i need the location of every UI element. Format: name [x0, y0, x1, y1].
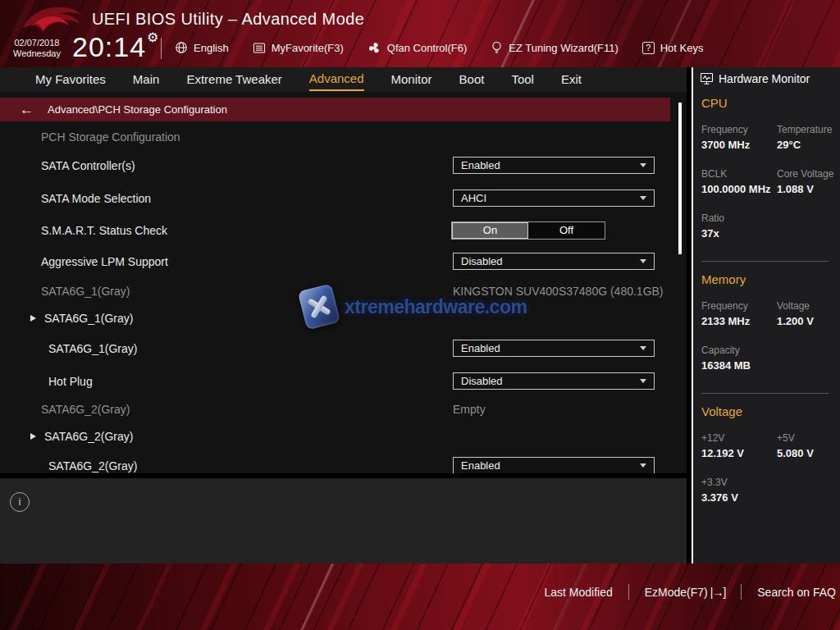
- header-toolbar: English MyFavorite(F3) Qfan Control(F6): [175, 36, 703, 59]
- memory-capacity: Capacity 16384 MB: [701, 344, 770, 373]
- chevron-down-icon: [640, 163, 646, 167]
- chevron-down-icon: [640, 379, 646, 383]
- clock-settings-gear-icon[interactable]: ⚙: [147, 30, 159, 44]
- footer-separator: [741, 584, 742, 600]
- voltage-12v: +12V 12.192 V: [701, 431, 770, 461]
- weekday-value: Wednesday: [13, 48, 61, 59]
- sata6g2-device-value: Empty: [453, 400, 486, 418]
- fan-icon: [368, 41, 381, 55]
- hardware-monitor-panel: Hardware Monitor CPU Frequency 3700 MHz …: [692, 67, 840, 564]
- header-separator: [161, 38, 162, 59]
- chevron-down-icon: [640, 196, 646, 200]
- tab-tool[interactable]: Tool: [511, 69, 534, 90]
- qfan-control-button[interactable]: Qfan Control(F6): [368, 41, 468, 55]
- chevron-down-icon: [640, 463, 646, 468]
- setting-row-sata6g1-enable: SATA6G_1(Gray) Enabled: [0, 340, 670, 358]
- date-value: 02/07/2018: [13, 38, 61, 48]
- monitor-icon: [700, 72, 714, 85]
- setting-row-lpm-support: Aggressive LPM Support Disabled: [0, 253, 670, 271]
- cpu-frequency: Frequency 3700 MHz: [701, 123, 770, 153]
- cpu-temperature: Temperature 29°C: [777, 123, 833, 153]
- voltage-readings: +12V 12.192 V +5V 5.080 V +3.3V 3.376 V: [701, 431, 833, 505]
- voltage-section-title: Voltage: [701, 404, 833, 420]
- hot-keys-button[interactable]: ? Hot Keys: [642, 42, 704, 54]
- setting-row-smart-check: S.M.A.R.T. Status Check On Off: [0, 221, 670, 240]
- clock-display: 20:14⚙: [72, 30, 159, 63]
- breadcrumb-path: Advanced\PCH Storage Configuration: [48, 103, 227, 116]
- back-arrow-icon[interactable]: ←: [20, 103, 34, 116]
- cpu-bclk: BCLK 100.0000 MHz: [701, 167, 770, 197]
- section-title: PCH Storage Configuration: [41, 128, 180, 146]
- cpu-ratio: Ratio 37x: [701, 212, 770, 241]
- expand-row-sata6g2[interactable]: SATA6G_2(Gray): [0, 427, 670, 445]
- lpm-support-dropdown[interactable]: Disabled: [453, 253, 655, 270]
- sidebar-divider: [701, 261, 829, 262]
- date-display: 02/07/2018 Wednesday: [13, 38, 61, 59]
- ez-tuning-wizard-button[interactable]: EZ Tuning Wizard(F11): [491, 41, 618, 55]
- hot-plug-dropdown[interactable]: Disabled: [453, 372, 655, 390]
- ezmode-button[interactable]: EzMode(F7) |→]: [645, 586, 726, 599]
- myfavorite-button[interactable]: MyFavorite(F3): [253, 42, 344, 54]
- sata6g1-device-value: KINGSTON SUV400S37480G (480.1GB): [453, 282, 664, 300]
- sata6g2-enable-dropdown[interactable]: Enabled: [453, 457, 655, 473]
- header-banner: UEFI BIOS Utility – Advanced Mode 02/07/…: [0, 0, 840, 67]
- sidebar-divider: [701, 393, 829, 394]
- info-row-sata6g2: SATA6G_2(Gray) Empty: [0, 400, 670, 418]
- tab-main[interactable]: Main: [133, 69, 160, 90]
- voltage-3v3: +3.3V 3.376 V: [701, 476, 770, 505]
- smart-status-toggle[interactable]: On Off: [451, 221, 605, 240]
- scrollbar-thumb[interactable]: [678, 103, 682, 254]
- chevron-down-icon: [640, 346, 646, 350]
- sata6g1-enable-dropdown[interactable]: Enabled: [453, 340, 655, 357]
- search-on-faq-button[interactable]: Search on FAQ: [757, 586, 836, 599]
- tab-extreme-tweaker[interactable]: Extreme Tweaker: [186, 69, 281, 90]
- expand-row-sata6g1[interactable]: SATA6G_1(Gray): [0, 309, 670, 327]
- footer-bar: Last Modified EzMode(F7) |→] Search on F…: [0, 564, 840, 630]
- favorites-list-icon: [253, 42, 266, 54]
- info-icon: i: [10, 492, 30, 512]
- memory-frequency: Frequency 2133 MHz: [701, 299, 770, 329]
- toggle-off-option[interactable]: Off: [528, 222, 605, 239]
- ezmode-exit-icon: |→]: [710, 586, 726, 599]
- toggle-on-option[interactable]: On: [452, 222, 528, 239]
- tab-boot[interactable]: Boot: [459, 69, 485, 90]
- language-button[interactable]: English: [175, 41, 229, 54]
- tab-exit[interactable]: Exit: [561, 69, 582, 90]
- question-icon: ?: [642, 42, 655, 54]
- setting-row-sata-mode: SATA Mode Selection AHCI: [0, 189, 670, 208]
- section-header-row: PCH Storage Configuration: [0, 128, 670, 146]
- memory-section-title: Memory: [701, 272, 833, 288]
- cpu-readings: Frequency 3700 MHz Temperature 29°C BCLK…: [701, 123, 833, 241]
- footer-links: Last Modified EzMode(F7) |→] Search on F…: [544, 584, 836, 600]
- tab-advanced[interactable]: Advanced: [309, 68, 364, 91]
- setting-row-sata6g2-enable: SATA6G_2(Gray) Enabled: [0, 457, 670, 473]
- breadcrumb[interactable]: ← Advanced\PCH Storage Configuration: [0, 98, 670, 121]
- tab-monitor[interactable]: Monitor: [391, 69, 432, 90]
- app-title: UEFI BIOS Utility – Advanced Mode: [92, 10, 364, 29]
- sata-mode-dropdown[interactable]: AHCI: [453, 189, 655, 207]
- main-menu-bar: My Favorites Main Extreme Tweaker Advanc…: [0, 67, 687, 92]
- tab-my-favorites[interactable]: My Favorites: [35, 69, 106, 90]
- chevron-down-icon: [640, 259, 646, 263]
- help-info-panel: i: [0, 478, 687, 564]
- sata-controllers-dropdown[interactable]: Enabled: [453, 157, 655, 174]
- voltage-5v: +5V 5.080 V: [777, 431, 833, 461]
- expand-arrow-icon: [30, 315, 36, 322]
- globe-icon: [175, 41, 188, 54]
- memory-voltage: Voltage 1.200 V: [777, 299, 833, 329]
- info-row-sata6g1: SATA6G_1(Gray) KINGSTON SUV400S37480G (4…: [0, 282, 670, 300]
- expand-arrow-icon: [30, 433, 36, 440]
- lightbulb-icon: [491, 41, 503, 55]
- setting-row-hot-plug: Hot Plug Disabled: [0, 372, 670, 390]
- bios-screen: UEFI BIOS Utility – Advanced Mode 02/07/…: [0, 0, 840, 630]
- memory-readings: Frequency 2133 MHz Voltage 1.200 V Capac…: [701, 299, 833, 373]
- cpu-core-voltage: Core Voltage 1.088 V: [777, 167, 833, 197]
- settings-panel: ← Advanced\PCH Storage Configuration PCH…: [0, 92, 687, 473]
- footer-separator: [628, 584, 629, 600]
- setting-row-sata-controllers: SATA Controller(s) Enabled: [0, 157, 670, 175]
- cpu-section-title: CPU: [701, 95, 833, 112]
- last-modified-button[interactable]: Last Modified: [544, 586, 612, 599]
- hardware-monitor-header: Hardware Monitor: [700, 67, 833, 85]
